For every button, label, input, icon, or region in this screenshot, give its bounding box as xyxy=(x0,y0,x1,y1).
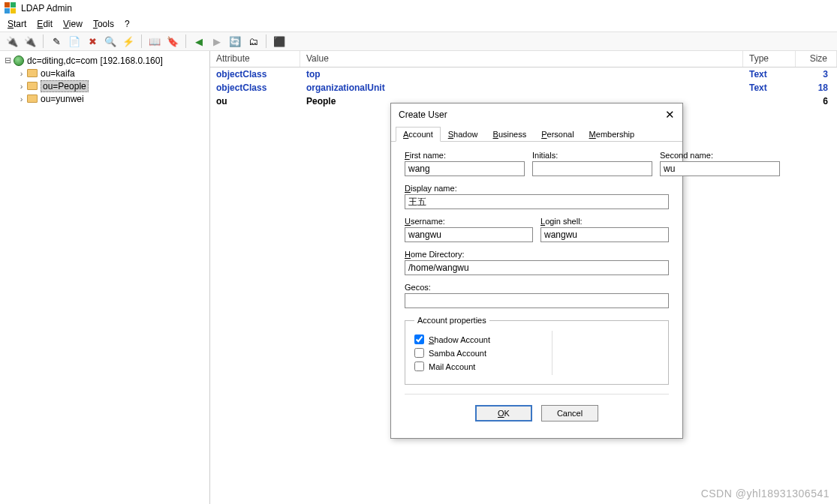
tree-item-label: ou=People xyxy=(41,80,89,92)
dialog-body: First name: Initials: Second name: Displ… xyxy=(391,142,682,438)
field-initials: Initials: xyxy=(532,151,652,176)
field-display-name: Display name: xyxy=(405,184,669,209)
tree-root-label: dc=diting,dc=com [192.168.0.160] xyxy=(27,56,163,66)
separator xyxy=(185,34,186,48)
watermark: CSDN @yhl18931306541 xyxy=(701,488,829,500)
cancel-button[interactable]: Cancel xyxy=(541,405,598,422)
menu-view[interactable]: View xyxy=(63,19,83,29)
bookmark-icon[interactable]: 🔖 xyxy=(165,34,180,49)
forward-icon[interactable]: ▶ xyxy=(209,34,224,49)
label-initials: Initials: xyxy=(532,151,652,160)
refresh-icon[interactable]: 🔄 xyxy=(227,34,242,49)
menu-start[interactable]: Start xyxy=(8,19,26,29)
app-logo-icon xyxy=(5,2,17,14)
tab-membership[interactable]: Membership xyxy=(582,127,643,142)
globe-icon xyxy=(13,56,25,66)
expand-icon[interactable]: › xyxy=(17,94,26,104)
dialog-titlebar: Create User ✕ xyxy=(391,104,682,126)
samba-account-checkbox[interactable] xyxy=(414,348,424,358)
disconnect-icon[interactable]: 🔌 xyxy=(23,34,38,49)
modify-icon[interactable]: ⚡ xyxy=(121,34,136,49)
display-name-input[interactable] xyxy=(405,194,669,209)
cell-attr: objectClass xyxy=(210,69,300,80)
toolbar: 🔌 🔌 ✎ 📄 ✖ 🔍 ⚡ 📖 🔖 ◀ ▶ 🔄 🗂 ⬛ xyxy=(0,32,837,51)
edit-icon[interactable]: ✎ xyxy=(49,34,64,49)
shadow-account-label[interactable]: Shadow Account xyxy=(429,335,490,344)
username-input[interactable] xyxy=(405,227,533,242)
login-shell-input[interactable] xyxy=(540,227,669,242)
field-second-name: Second name: xyxy=(660,151,780,176)
tree-pane[interactable]: ⊟ dc=diting,dc=com [192.168.0.160] › ou=… xyxy=(0,51,210,504)
app-title: LDAP Admin xyxy=(21,3,72,14)
cell-type: Text xyxy=(743,82,796,93)
collapse-icon[interactable]: ⊟ xyxy=(3,56,13,65)
field-login-shell: Login shell: xyxy=(540,217,669,242)
tree-item[interactable]: › ou=yunwei xyxy=(3,92,206,105)
stop-icon[interactable]: ⬛ xyxy=(272,34,287,49)
connect-icon[interactable]: 🔌 xyxy=(5,34,20,49)
mail-account-label[interactable]: Mail Account xyxy=(429,362,475,371)
search-icon[interactable]: 🔍 xyxy=(103,34,118,49)
initials-input[interactable] xyxy=(532,161,652,176)
tab-business[interactable]: Business xyxy=(486,127,534,142)
menu-help[interactable]: ? xyxy=(125,19,130,29)
cell-size: 3 xyxy=(796,69,837,80)
tab-account[interactable]: Account xyxy=(396,127,441,142)
col-type[interactable]: Type xyxy=(743,51,796,67)
folder-icon xyxy=(26,68,38,79)
col-value[interactable]: Value xyxy=(300,51,743,67)
account-properties-group: Account properties Shadow Account Samba … xyxy=(405,316,669,385)
samba-account-label[interactable]: Samba Account xyxy=(429,349,486,358)
tree-root[interactable]: ⊟ dc=diting,dc=com [192.168.0.160] xyxy=(3,54,206,67)
tab-personal[interactable]: Personal xyxy=(534,127,581,142)
delete-icon[interactable]: ✖ xyxy=(85,34,100,49)
expand-icon[interactable]: › xyxy=(17,69,26,78)
tab-shadow[interactable]: Shadow xyxy=(441,127,486,142)
ok-button[interactable]: OK xyxy=(475,405,532,422)
cell-size: 18 xyxy=(796,82,837,93)
list-header: Attribute Value Type Size xyxy=(210,51,837,68)
cell-attr: ou xyxy=(210,96,300,106)
col-size[interactable]: Size xyxy=(796,51,837,67)
tree-item-label: ou=kaifa xyxy=(41,68,75,79)
gecos-input[interactable] xyxy=(405,293,669,308)
label-second-name: Second name: xyxy=(660,151,780,160)
first-name-input[interactable] xyxy=(405,161,525,176)
shadow-account-checkbox[interactable] xyxy=(414,334,424,344)
dialog-tabs: AccountShadowBusinessPersonalMembership xyxy=(391,126,682,142)
menu-bar: Start Edit View Tools ? xyxy=(0,16,837,32)
folder-icon xyxy=(26,94,38,104)
mail-account-checkbox[interactable] xyxy=(414,362,424,371)
label-home-dir: Home Directory: xyxy=(405,250,669,259)
label-gecos: Gecos: xyxy=(405,283,669,292)
account-properties-right xyxy=(552,331,660,375)
expand-icon[interactable]: › xyxy=(17,82,26,91)
tree-item[interactable]: › ou=People xyxy=(3,80,206,92)
home-dir-input[interactable] xyxy=(405,260,669,275)
book-icon[interactable]: 📖 xyxy=(147,34,162,49)
menu-edit[interactable]: Edit xyxy=(37,19,53,29)
tree-item-label: ou=yunwei xyxy=(41,94,84,104)
label-username: Username: xyxy=(405,217,533,226)
schema-icon[interactable]: 🗂 xyxy=(245,34,260,49)
back-icon[interactable]: ◀ xyxy=(191,34,206,49)
label-login-shell: Login shell: xyxy=(540,217,669,226)
cell-attr: objectClass xyxy=(210,82,300,93)
col-attribute[interactable]: Attribute xyxy=(210,51,300,67)
copy-icon[interactable]: 📄 xyxy=(67,34,82,49)
tree-item[interactable]: › ou=kaifa xyxy=(3,67,206,80)
dialog-title: Create User xyxy=(399,110,447,120)
field-gecos: Gecos: xyxy=(405,283,669,308)
field-first-name: First name: xyxy=(405,151,525,176)
label-first-name: First name: xyxy=(405,151,525,160)
dialog-buttons: OK Cancel xyxy=(405,394,669,434)
menu-tools[interactable]: Tools xyxy=(93,19,114,29)
create-user-dialog: Create User ✕ AccountShadowBusinessPerso… xyxy=(390,103,683,439)
close-icon[interactable]: ✕ xyxy=(665,108,675,122)
separator xyxy=(266,34,266,48)
second-name-input[interactable] xyxy=(660,161,780,176)
list-row[interactable]: objectClass top Text 3 xyxy=(210,68,837,81)
folder-icon xyxy=(26,81,38,92)
account-properties-legend: Account properties xyxy=(414,316,489,325)
list-row[interactable]: objectClass organizationalUnit Text 18 xyxy=(210,81,837,94)
